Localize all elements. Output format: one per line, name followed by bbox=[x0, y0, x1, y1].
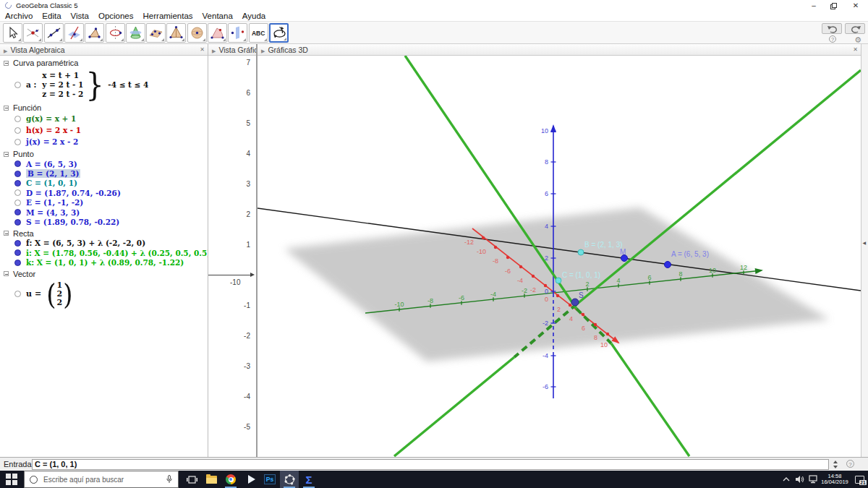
perpendicular-line-tool[interactable] bbox=[64, 23, 84, 43]
graphics3d-view-header[interactable]: ▶Gráficas 3D ✕ bbox=[258, 44, 861, 56]
reflect-about-plane-tool[interactable] bbox=[228, 23, 247, 43]
input-history-spinner[interactable] bbox=[833, 460, 839, 469]
algebra-item[interactable]: C = (1, 0, 1) bbox=[0, 179, 208, 188]
visibility-toggle[interactable] bbox=[14, 240, 21, 247]
minimize-button[interactable]: – bbox=[804, 0, 823, 11]
algebra-section-vector[interactable]: Vector bbox=[0, 269, 208, 279]
taskbar-app-sigma[interactable]: Σ bbox=[299, 471, 318, 488]
taskbar-app-photoshop[interactable]: Ps bbox=[260, 471, 279, 488]
pyramid-tool[interactable] bbox=[166, 23, 186, 43]
algebra-section-recta[interactable]: Recta bbox=[0, 228, 208, 239]
collapse-section-icon[interactable] bbox=[4, 271, 9, 276]
undo-button[interactable] bbox=[822, 23, 842, 34]
visibility-toggle[interactable] bbox=[14, 260, 21, 266]
menu-item-archivo[interactable]: Archivo bbox=[5, 12, 33, 20]
graphics-view-header[interactable]: ▶Vista Gráfica bbox=[208, 44, 256, 56]
sphere-tool[interactable] bbox=[187, 23, 207, 43]
restore-button[interactable] bbox=[825, 0, 844, 11]
collapse-section-icon[interactable] bbox=[4, 61, 9, 66]
collapse-section-icon[interactable] bbox=[4, 106, 9, 111]
plane-through-points-tool[interactable] bbox=[146, 23, 166, 43]
panel-menu-arrow-icon[interactable]: ▶ bbox=[261, 48, 265, 53]
visibility-toggle[interactable] bbox=[14, 139, 21, 145]
start-button[interactable] bbox=[6, 474, 17, 485]
visibility-toggle[interactable] bbox=[14, 180, 21, 187]
visibility-toggle[interactable] bbox=[14, 116, 21, 122]
visibility-toggle[interactable] bbox=[14, 189, 21, 196]
angle-tool[interactable] bbox=[208, 23, 227, 43]
taskbar-app-geogebra[interactable] bbox=[280, 471, 299, 488]
microphone-icon[interactable] bbox=[166, 475, 172, 484]
menu-item-herramientas[interactable]: Herramientas bbox=[143, 12, 193, 20]
close-panel-icon[interactable]: ✕ bbox=[200, 46, 205, 53]
menu-item-ventana[interactable]: Ventana bbox=[203, 12, 233, 20]
volume-icon[interactable] bbox=[793, 471, 806, 488]
algebra-item[interactable]: M = (4, 3, 3) bbox=[0, 207, 208, 217]
clock[interactable]: 14:58 16/04/2019 bbox=[819, 471, 851, 488]
intersect-surfaces-tool[interactable] bbox=[126, 23, 145, 43]
close-panel-icon[interactable]: ✕ bbox=[853, 46, 858, 53]
x-axis-tick-dot bbox=[594, 323, 597, 326]
point-tool[interactable] bbox=[23, 23, 43, 43]
rotation-axis-tool[interactable] bbox=[106, 23, 125, 43]
text-tool[interactable]: ABC bbox=[249, 23, 268, 43]
taskbar-app-file-explorer[interactable] bbox=[202, 471, 221, 488]
collapse-panel-arrow-icon[interactable]: ◀ bbox=[863, 240, 867, 245]
point-S[interactable] bbox=[571, 299, 579, 306]
redo-button[interactable] bbox=[845, 23, 865, 34]
point-A[interactable] bbox=[665, 262, 671, 268]
algebra-item[interactable]: A = (6, 5, 3) bbox=[0, 159, 208, 168]
algebra-item[interactable]: B = (2, 1, 3) bbox=[0, 168, 208, 178]
algebra-item[interactable]: f: X = (6, 5, 3) + λ (-2, -2, 0) bbox=[0, 239, 208, 248]
action-center-icon[interactable]: 21 bbox=[852, 471, 867, 488]
algebra-item[interactable]: k: X = (1, 0, 1) + λ (0.89, 0.78, -1.22) bbox=[0, 258, 208, 267]
visibility-toggle[interactable] bbox=[14, 249, 21, 256]
menu-item-ayuda[interactable]: Ayuda bbox=[242, 12, 265, 20]
algebra-item[interactable]: D = (1.87, 0.74, -0.26) bbox=[0, 188, 208, 197]
algebra-item-parametric-curve[interactable]: a :x = t + 1y = 2 t - 1z = 2 t - 2}-4 ≤ … bbox=[0, 68, 208, 101]
taskbar-search-box[interactable]: Escribe aquí para buscar bbox=[24, 471, 179, 488]
visibility-toggle[interactable] bbox=[14, 82, 21, 88]
algebra-section-funci-n[interactable]: Función bbox=[0, 103, 208, 113]
taskbar-app-chrome[interactable] bbox=[221, 471, 240, 488]
algebra-item[interactable]: g(x) = x + 1 bbox=[0, 113, 208, 124]
graphics-view-canvas[interactable]: 7654321-1-2-3-4-5-10 bbox=[208, 56, 256, 457]
algebra-item-vector[interactable]: u=(122) bbox=[0, 279, 208, 309]
visibility-toggle[interactable] bbox=[14, 171, 21, 177]
point-C[interactable] bbox=[556, 278, 561, 283]
rotate-3d-view-tool[interactable] bbox=[269, 23, 289, 43]
panel-menu-arrow-icon[interactable]: ▶ bbox=[212, 48, 216, 53]
algebra-item[interactable]: j(x) = 2 x - 2 bbox=[0, 136, 208, 147]
algebra-input-field[interactable] bbox=[32, 459, 829, 470]
menu-item-vista[interactable]: Vista bbox=[71, 12, 89, 20]
graphics3d-canvas[interactable]: -12-10-8-6-4-20246810-10-8-6-4-224681012… bbox=[258, 56, 861, 457]
taskbar-app-movies-tv[interactable] bbox=[241, 471, 260, 488]
visibility-toggle[interactable] bbox=[14, 219, 21, 226]
menu-item-opciones[interactable]: Opciones bbox=[98, 12, 134, 20]
visibility-toggle[interactable] bbox=[14, 200, 21, 206]
taskbar-app-task-view[interactable] bbox=[182, 471, 201, 488]
collapse-section-icon[interactable] bbox=[4, 231, 9, 236]
algebra-item[interactable]: S = (1.89, 0.78, -0.22) bbox=[0, 217, 208, 226]
collapse-section-icon[interactable] bbox=[4, 152, 9, 157]
move-tool[interactable] bbox=[3, 23, 22, 43]
help-icon[interactable]: ? bbox=[829, 35, 836, 43]
visibility-toggle[interactable] bbox=[14, 209, 21, 215]
algebra-item[interactable]: h(x) = 2 x - 1 bbox=[0, 124, 208, 136]
panel-menu-arrow-icon[interactable]: ▶ bbox=[4, 48, 7, 53]
tray-chevron-icon[interactable] bbox=[780, 471, 792, 488]
visibility-toggle[interactable] bbox=[14, 127, 21, 134]
close-button[interactable]: ✕ bbox=[846, 0, 865, 11]
visibility-toggle[interactable] bbox=[14, 160, 21, 167]
input-help-icon[interactable]: ? bbox=[846, 460, 854, 468]
algebra-section-punto[interactable]: Punto bbox=[0, 149, 208, 159]
line-tool[interactable] bbox=[44, 23, 64, 43]
algebra-item[interactable]: i: X = (1.78, 0.56, -0.44) + λ (0.25, 0.… bbox=[0, 248, 208, 257]
polygon-tool[interactable] bbox=[85, 23, 104, 43]
menu-item-edita[interactable]: Edita bbox=[42, 12, 61, 20]
visibility-toggle[interactable] bbox=[14, 291, 21, 297]
spinner-down-icon bbox=[833, 466, 838, 468]
algebra-view-header[interactable]: ▶Vista Algebraica ✕ bbox=[0, 44, 208, 56]
algebra-item[interactable]: E = (1, -1, -2) bbox=[0, 198, 208, 207]
point-B[interactable] bbox=[578, 249, 584, 255]
